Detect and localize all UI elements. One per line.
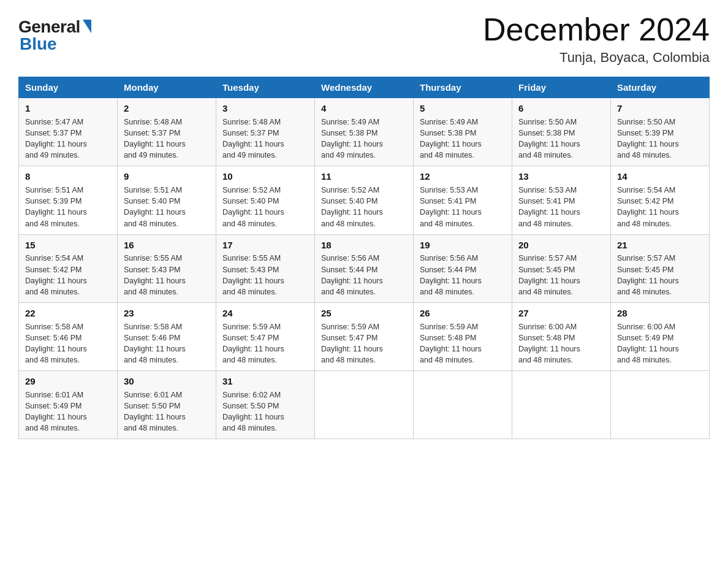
calendar-cell: 6Sunrise: 5:50 AM Sunset: 5:38 PM Daylig… <box>512 98 611 166</box>
calendar-cell: 14Sunrise: 5:54 AM Sunset: 5:42 PM Dayli… <box>611 166 710 234</box>
calendar-header-row: SundayMondayTuesdayWednesdayThursdayFrid… <box>19 77 710 98</box>
month-year-title: December 2024 <box>483 12 710 47</box>
calendar-cell: 3Sunrise: 5:48 AM Sunset: 5:37 PM Daylig… <box>216 98 315 166</box>
day-info: Sunrise: 5:51 AM Sunset: 5:40 PM Dayligh… <box>124 185 210 229</box>
day-number: 1 <box>25 102 111 115</box>
day-info: Sunrise: 5:57 AM Sunset: 5:45 PM Dayligh… <box>518 253 604 297</box>
day-info: Sunrise: 5:54 AM Sunset: 5:42 PM Dayligh… <box>25 253 111 297</box>
day-info: Sunrise: 5:48 AM Sunset: 5:37 PM Dayligh… <box>222 117 308 161</box>
calendar-cell: 1Sunrise: 5:47 AM Sunset: 5:37 PM Daylig… <box>19 98 118 166</box>
day-number: 29 <box>25 375 111 388</box>
day-number: 17 <box>222 239 308 252</box>
day-number: 26 <box>420 307 506 320</box>
day-info: Sunrise: 5:53 AM Sunset: 5:41 PM Dayligh… <box>518 185 604 229</box>
calendar-cell <box>315 371 414 439</box>
calendar-cell: 12Sunrise: 5:53 AM Sunset: 5:41 PM Dayli… <box>414 166 512 234</box>
location-subtitle: Tunja, Boyaca, Colombia <box>483 50 710 66</box>
calendar-table: SundayMondayTuesdayWednesdayThursdayFrid… <box>18 77 710 439</box>
calendar-cell: 15Sunrise: 5:54 AM Sunset: 5:42 PM Dayli… <box>19 234 118 302</box>
day-number: 27 <box>518 307 604 320</box>
day-info: Sunrise: 5:47 AM Sunset: 5:37 PM Dayligh… <box>25 117 111 161</box>
day-number: 15 <box>25 239 111 252</box>
calendar-cell: 20Sunrise: 5:57 AM Sunset: 5:45 PM Dayli… <box>512 234 611 302</box>
day-info: Sunrise: 6:00 AM Sunset: 5:49 PM Dayligh… <box>617 321 703 366</box>
day-number: 16 <box>124 239 210 252</box>
calendar-cell: 13Sunrise: 5:53 AM Sunset: 5:41 PM Dayli… <box>512 166 611 234</box>
day-number: 28 <box>617 307 703 320</box>
calendar-cell <box>611 371 710 439</box>
calendar-cell <box>512 371 611 439</box>
page-header: General Blue December 2024 Tunja, Boyaca… <box>18 12 710 66</box>
logo-triangle-icon <box>83 20 91 33</box>
day-number: 2 <box>124 102 210 115</box>
header-saturday: Saturday <box>611 77 710 98</box>
day-number: 3 <box>222 102 308 115</box>
day-info: Sunrise: 5:55 AM Sunset: 5:43 PM Dayligh… <box>222 253 308 297</box>
calendar-cell: 9Sunrise: 5:51 AM Sunset: 5:40 PM Daylig… <box>118 166 216 234</box>
day-number: 18 <box>321 239 407 252</box>
day-info: Sunrise: 5:58 AM Sunset: 5:46 PM Dayligh… <box>124 321 210 366</box>
calendar-cell: 11Sunrise: 5:52 AM Sunset: 5:40 PM Dayli… <box>315 166 414 234</box>
calendar-cell <box>414 371 512 439</box>
day-number: 10 <box>222 170 308 183</box>
logo: General Blue <box>18 17 91 54</box>
day-info: Sunrise: 5:52 AM Sunset: 5:40 PM Dayligh… <box>222 185 308 229</box>
calendar-cell: 25Sunrise: 5:59 AM Sunset: 5:47 PM Dayli… <box>315 302 414 370</box>
day-number: 13 <box>518 170 604 183</box>
day-number: 24 <box>222 307 308 320</box>
day-number: 9 <box>124 170 210 183</box>
calendar-cell: 22Sunrise: 5:58 AM Sunset: 5:46 PM Dayli… <box>19 302 118 370</box>
day-info: Sunrise: 5:49 AM Sunset: 5:38 PM Dayligh… <box>321 117 407 161</box>
day-number: 12 <box>420 170 506 183</box>
day-info: Sunrise: 6:01 AM Sunset: 5:50 PM Dayligh… <box>124 389 210 434</box>
day-info: Sunrise: 5:59 AM Sunset: 5:47 PM Dayligh… <box>222 321 308 366</box>
day-info: Sunrise: 6:01 AM Sunset: 5:49 PM Dayligh… <box>25 389 111 434</box>
calendar-cell: 17Sunrise: 5:55 AM Sunset: 5:43 PM Dayli… <box>216 234 315 302</box>
day-number: 31 <box>222 375 308 388</box>
calendar-cell: 2Sunrise: 5:48 AM Sunset: 5:37 PM Daylig… <box>118 98 216 166</box>
day-info: Sunrise: 5:57 AM Sunset: 5:45 PM Dayligh… <box>617 253 703 297</box>
day-number: 11 <box>321 170 407 183</box>
header-tuesday: Tuesday <box>216 77 315 98</box>
day-number: 6 <box>518 102 604 115</box>
day-number: 8 <box>25 170 111 183</box>
day-info: Sunrise: 5:51 AM Sunset: 5:39 PM Dayligh… <box>25 185 111 229</box>
calendar-cell: 27Sunrise: 6:00 AM Sunset: 5:48 PM Dayli… <box>512 302 611 370</box>
calendar-cell: 21Sunrise: 5:57 AM Sunset: 5:45 PM Dayli… <box>611 234 710 302</box>
day-info: Sunrise: 5:56 AM Sunset: 5:44 PM Dayligh… <box>420 253 506 297</box>
calendar-cell: 29Sunrise: 6:01 AM Sunset: 5:49 PM Dayli… <box>19 371 118 439</box>
title-block: December 2024 Tunja, Boyaca, Colombia <box>483 12 710 66</box>
header-thursday: Thursday <box>414 77 512 98</box>
calendar-week-row: 29Sunrise: 6:01 AM Sunset: 5:49 PM Dayli… <box>19 371 710 439</box>
calendar-cell: 8Sunrise: 5:51 AM Sunset: 5:39 PM Daylig… <box>19 166 118 234</box>
day-info: Sunrise: 5:50 AM Sunset: 5:38 PM Dayligh… <box>518 117 604 161</box>
day-number: 5 <box>420 102 506 115</box>
day-number: 4 <box>321 102 407 115</box>
calendar-cell: 28Sunrise: 6:00 AM Sunset: 5:49 PM Dayli… <box>611 302 710 370</box>
day-info: Sunrise: 5:59 AM Sunset: 5:47 PM Dayligh… <box>321 321 407 366</box>
calendar-week-row: 22Sunrise: 5:58 AM Sunset: 5:46 PM Dayli… <box>19 302 710 370</box>
day-number: 14 <box>617 170 703 183</box>
day-info: Sunrise: 5:49 AM Sunset: 5:38 PM Dayligh… <box>420 117 506 161</box>
day-number: 30 <box>124 375 210 388</box>
header-friday: Friday <box>512 77 611 98</box>
calendar-cell: 16Sunrise: 5:55 AM Sunset: 5:43 PM Dayli… <box>118 234 216 302</box>
day-info: Sunrise: 5:50 AM Sunset: 5:39 PM Dayligh… <box>617 117 703 161</box>
day-info: Sunrise: 5:54 AM Sunset: 5:42 PM Dayligh… <box>617 185 703 229</box>
header-wednesday: Wednesday <box>315 77 414 98</box>
day-info: Sunrise: 5:53 AM Sunset: 5:41 PM Dayligh… <box>420 185 506 229</box>
day-info: Sunrise: 5:48 AM Sunset: 5:37 PM Dayligh… <box>124 117 210 161</box>
calendar-cell: 26Sunrise: 5:59 AM Sunset: 5:48 PM Dayli… <box>414 302 512 370</box>
day-number: 7 <box>617 102 703 115</box>
day-info: Sunrise: 6:02 AM Sunset: 5:50 PM Dayligh… <box>222 389 308 434</box>
day-number: 19 <box>420 239 506 252</box>
calendar-cell: 18Sunrise: 5:56 AM Sunset: 5:44 PM Dayli… <box>315 234 414 302</box>
calendar-week-row: 8Sunrise: 5:51 AM Sunset: 5:39 PM Daylig… <box>19 166 710 234</box>
day-info: Sunrise: 6:00 AM Sunset: 5:48 PM Dayligh… <box>518 321 604 366</box>
calendar-week-row: 15Sunrise: 5:54 AM Sunset: 5:42 PM Dayli… <box>19 234 710 302</box>
day-info: Sunrise: 5:55 AM Sunset: 5:43 PM Dayligh… <box>124 253 210 297</box>
calendar-cell: 7Sunrise: 5:50 AM Sunset: 5:39 PM Daylig… <box>611 98 710 166</box>
calendar-cell: 19Sunrise: 5:56 AM Sunset: 5:44 PM Dayli… <box>414 234 512 302</box>
day-info: Sunrise: 5:58 AM Sunset: 5:46 PM Dayligh… <box>25 321 111 366</box>
day-number: 25 <box>321 307 407 320</box>
